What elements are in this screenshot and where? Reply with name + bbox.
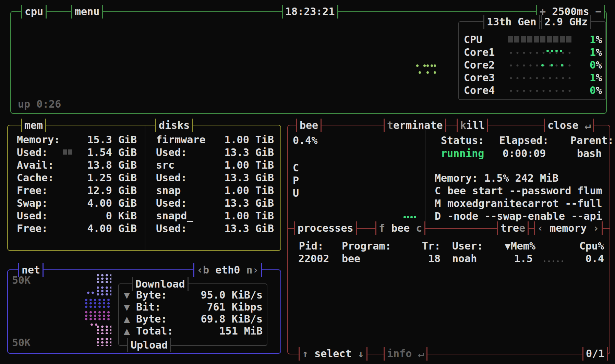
cmd-line: -node --swap-enable --api — [447, 210, 602, 222]
graph-axis-letter: C — [293, 162, 299, 174]
process-threads: 18 — [420, 253, 441, 265]
mem-used-meter — [63, 149, 72, 155]
arrow-up-icon: ↑ — [302, 348, 314, 360]
net-scale-bottom: 50K — [12, 337, 31, 349]
download-arrow-icon: ▼ — [124, 301, 130, 313]
core1-percent: 1 — [590, 46, 596, 58]
sort-next-icon: › — [587, 222, 599, 234]
mem-row: Free:12.9 GiB — [17, 184, 137, 197]
percent-sign: % — [596, 84, 602, 96]
cmd-line: moxedgranitecarrot --full — [447, 197, 602, 210]
core2-row: Core2 0% — [464, 59, 602, 72]
core4-percent: 0 — [590, 84, 596, 96]
status-label: Status: — [441, 134, 484, 147]
cpu-stats-panel: 13th Gen 2.9 GHz CPU 1% Core1 1% Core2 0… — [458, 21, 606, 100]
core1-row: Core1 1% — [464, 46, 602, 59]
mem-row: Memory:15.3 GiB — [17, 134, 137, 146]
process-pid: 22002 — [298, 253, 324, 265]
cmd-axis-letter: M — [435, 197, 441, 210]
filter-control[interactable]: f bee c — [375, 221, 425, 235]
percent-sign: % — [596, 59, 602, 71]
percent-sign: % — [596, 46, 602, 58]
interface-switcher: ‹b eth0 n› — [193, 263, 262, 277]
mem-row: Swap:4.00 GiB — [17, 197, 137, 209]
parent-label: Parent: — [570, 134, 614, 147]
cpu-frequency-label: 2.9 GHz — [544, 16, 588, 28]
elapsed-label: Elapsed: — [499, 134, 549, 147]
process-title-label: bee — [300, 119, 318, 132]
elapsed-value: 0:00:09 — [503, 147, 546, 160]
core1-graph — [508, 51, 573, 54]
sort-label: memory — [550, 222, 587, 234]
disk-row: firmware1.00 TiB — [156, 134, 274, 146]
select-control[interactable]: ↑ select ↓ — [299, 347, 367, 361]
mem-row: Used:0 KiB — [17, 210, 137, 222]
disk-row: Used:13.3 GiB — [156, 146, 274, 159]
percent-sign: % — [596, 34, 602, 46]
col-cpu[interactable]: Cpu% — [569, 240, 604, 252]
col-program: Program: — [342, 240, 391, 252]
upload-label: Upload — [131, 339, 168, 351]
col-threads: Tr: — [420, 240, 441, 252]
col-user: User: — [452, 240, 483, 252]
cpu-total-meter — [508, 36, 571, 43]
process-program: bee — [342, 253, 360, 265]
terminate-label: erminate — [393, 119, 443, 132]
process-memory-line: Memory: 1.5% 242 MiB — [435, 172, 558, 184]
core2-percent: 0 — [590, 59, 596, 71]
network-box: net ‹b eth0 n› 50K 50K Download Upload ▼… — [7, 269, 281, 354]
disk-row: Used:13.3 GiB — [156, 172, 274, 184]
sort-control[interactable]: ‹ memory › — [534, 221, 603, 235]
process-cpu-percent: 0.4% — [293, 134, 317, 147]
net-stats-panel: Download Upload ▼ Byte: 95.0 KiB/s ▼ Bit… — [118, 283, 267, 346]
download-label: Download — [135, 278, 185, 290]
terminate-button[interactable]: t erminate — [384, 119, 446, 132]
status-value: running — [441, 147, 484, 160]
core3-row: Core3 1% — [464, 72, 602, 84]
process-user: noah — [452, 253, 477, 265]
tree-toggle[interactable]: tre e — [497, 221, 529, 235]
info-button[interactable]: info ↵ — [384, 347, 427, 361]
tree-label: tre — [501, 222, 519, 234]
cmd-axis-letter: D — [435, 210, 441, 222]
kill-hotkey: k — [460, 119, 466, 132]
download-arrow-icon: ▼ — [124, 289, 130, 301]
cpu-box-title: cpu — [21, 5, 47, 19]
core1-label: Core1 — [464, 46, 495, 59]
disk-row: snapd_1.00 TiB — [156, 210, 274, 222]
filter-value: bee — [391, 222, 410, 234]
mem-row: Avail:13.8 GiB — [17, 159, 137, 171]
net-row: ▲ Total: 151 MiB — [124, 325, 263, 337]
info-label: info ↵ — [387, 348, 424, 360]
memory-box-title: mem — [21, 119, 46, 132]
interface-name: eth0 — [215, 264, 240, 276]
upload-arrow-icon: ▲ — [124, 325, 130, 337]
disk-row: Used:13.3 GiB — [156, 222, 274, 235]
disks-title-label: disks — [159, 119, 190, 132]
cpu-total-label: CPU — [464, 34, 482, 46]
cpu-model-label: 13th Gen — [487, 16, 536, 28]
interface-prev-button[interactable]: ‹b — [197, 264, 215, 276]
tree-hotkey: e — [519, 222, 525, 234]
kill-button[interactable]: k ill — [457, 119, 488, 132]
select-label: select — [314, 348, 351, 360]
cpu-model: 13th Gen — [483, 15, 540, 29]
close-button[interactable]: close ↵ — [544, 119, 594, 132]
core4-row: Core4 0% — [464, 84, 602, 97]
detail-divider — [425, 130, 425, 227]
kill-label: ill — [466, 119, 485, 132]
net-row: ▲ Byte: 69.8 KiB/s — [124, 313, 263, 325]
process-cpu: 0.4 — [569, 253, 604, 265]
clock: 18:23:21 — [282, 5, 338, 19]
menu-button[interactable]: menu — [71, 5, 103, 19]
interface-next-button[interactable]: n› — [240, 264, 258, 276]
percent-sign: % — [596, 72, 602, 84]
col-mem-sorted[interactable]: ▼Mem% — [494, 240, 535, 252]
process-box-title: bee — [296, 119, 322, 132]
close-label: close — [547, 119, 584, 132]
core3-label: Core3 — [464, 72, 495, 84]
sort-prev-icon: ‹ — [537, 222, 550, 234]
enter-icon: ↵ — [584, 119, 591, 132]
disk-row: snap1.00 TiB — [156, 184, 274, 197]
graph-axis-letter: U — [293, 187, 299, 199]
